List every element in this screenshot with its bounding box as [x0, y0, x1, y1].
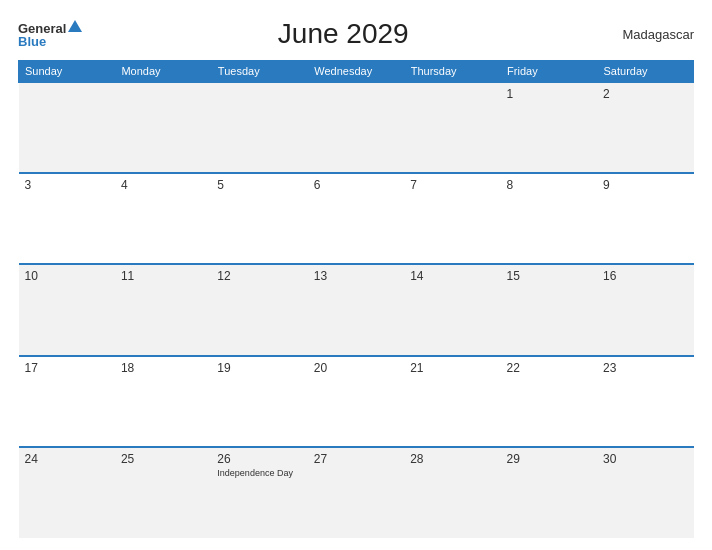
day-number: 20 — [314, 361, 398, 375]
day-number: 3 — [25, 178, 109, 192]
day-number: 8 — [507, 178, 591, 192]
day-number: 7 — [410, 178, 494, 192]
calendar-cell: 7 — [404, 173, 500, 264]
logo-general-text: General — [18, 22, 66, 35]
day-number: 22 — [507, 361, 591, 375]
day-number: 26 — [217, 452, 301, 466]
header-saturday: Saturday — [597, 61, 693, 83]
day-number: 28 — [410, 452, 494, 466]
calendar-cell — [115, 82, 211, 173]
day-number: 5 — [217, 178, 301, 192]
calendar-cell: 29 — [501, 447, 597, 538]
logo-triangle-icon — [68, 20, 82, 32]
calendar-cell: 16 — [597, 264, 693, 355]
calendar-title: June 2029 — [82, 18, 604, 50]
header-tuesday: Tuesday — [211, 61, 307, 83]
calendar-cell — [211, 82, 307, 173]
calendar-cell: 21 — [404, 356, 500, 447]
calendar-cell: 23 — [597, 356, 693, 447]
calendar-cell: 6 — [308, 173, 404, 264]
calendar-cell: 13 — [308, 264, 404, 355]
day-number: 16 — [603, 269, 687, 283]
header-friday: Friday — [501, 61, 597, 83]
calendar-cell: 1 — [501, 82, 597, 173]
calendar-table: Sunday Monday Tuesday Wednesday Thursday… — [18, 60, 694, 538]
day-number: 23 — [603, 361, 687, 375]
calendar-cell: 3 — [19, 173, 115, 264]
calendar-row: 242526Independence Day27282930 — [19, 447, 694, 538]
calendar-cell: 14 — [404, 264, 500, 355]
event-label: Independence Day — [217, 468, 301, 478]
day-number: 10 — [25, 269, 109, 283]
day-number: 14 — [410, 269, 494, 283]
calendar-cell: 2 — [597, 82, 693, 173]
day-number: 25 — [121, 452, 205, 466]
calendar-cell — [19, 82, 115, 173]
calendar-cell: 9 — [597, 173, 693, 264]
calendar-cell: 26Independence Day — [211, 447, 307, 538]
country-label: Madagascar — [604, 27, 694, 42]
calendar-cell: 24 — [19, 447, 115, 538]
calendar-cell: 10 — [19, 264, 115, 355]
day-number: 27 — [314, 452, 398, 466]
calendar-cell: 11 — [115, 264, 211, 355]
day-number: 21 — [410, 361, 494, 375]
day-number: 9 — [603, 178, 687, 192]
calendar-header: Sunday Monday Tuesday Wednesday Thursday… — [19, 61, 694, 83]
calendar-cell: 30 — [597, 447, 693, 538]
header-wednesday: Wednesday — [308, 61, 404, 83]
day-number: 2 — [603, 87, 687, 101]
day-number: 1 — [507, 87, 591, 101]
calendar-row: 3456789 — [19, 173, 694, 264]
header-sunday: Sunday — [19, 61, 115, 83]
day-number: 29 — [507, 452, 591, 466]
calendar-cell: 12 — [211, 264, 307, 355]
calendar-cell: 19 — [211, 356, 307, 447]
day-number: 15 — [507, 269, 591, 283]
calendar-cell — [404, 82, 500, 173]
day-number: 19 — [217, 361, 301, 375]
calendar-cell: 25 — [115, 447, 211, 538]
day-number: 17 — [25, 361, 109, 375]
logo-blue-text: Blue — [18, 35, 82, 48]
day-number: 13 — [314, 269, 398, 283]
calendar-cell: 18 — [115, 356, 211, 447]
calendar-cell: 5 — [211, 173, 307, 264]
header-thursday: Thursday — [404, 61, 500, 83]
day-number: 24 — [25, 452, 109, 466]
calendar-row: 10111213141516 — [19, 264, 694, 355]
day-number: 18 — [121, 361, 205, 375]
day-number: 4 — [121, 178, 205, 192]
header: General Blue June 2029 Madagascar — [18, 18, 694, 50]
calendar-cell: 27 — [308, 447, 404, 538]
calendar-cell: 4 — [115, 173, 211, 264]
calendar-cell: 8 — [501, 173, 597, 264]
day-number: 30 — [603, 452, 687, 466]
calendar-cell: 22 — [501, 356, 597, 447]
calendar-page: General Blue June 2029 Madagascar Sunday… — [0, 0, 712, 550]
calendar-cell: 17 — [19, 356, 115, 447]
header-monday: Monday — [115, 61, 211, 83]
calendar-cell: 28 — [404, 447, 500, 538]
calendar-cell: 20 — [308, 356, 404, 447]
calendar-cell — [308, 82, 404, 173]
day-number: 6 — [314, 178, 398, 192]
calendar-cell: 15 — [501, 264, 597, 355]
calendar-body: 1234567891011121314151617181920212223242… — [19, 82, 694, 538]
day-number: 12 — [217, 269, 301, 283]
calendar-row: 12 — [19, 82, 694, 173]
calendar-row: 17181920212223 — [19, 356, 694, 447]
logo: General Blue — [18, 21, 82, 48]
day-number: 11 — [121, 269, 205, 283]
weekday-header-row: Sunday Monday Tuesday Wednesday Thursday… — [19, 61, 694, 83]
